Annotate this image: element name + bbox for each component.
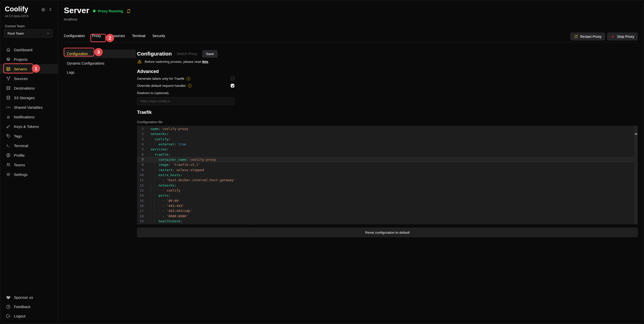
sidebar-item-label: Destinations xyxy=(14,86,35,90)
advanced-heading: Advanced xyxy=(137,69,638,74)
sidebar-item-label: Profile xyxy=(14,153,25,157)
warning-link[interactable]: this xyxy=(202,60,208,64)
line-number: 17 xyxy=(137,208,144,213)
main-content: Configuration Switch Proxy Save Before s… xyxy=(137,50,638,237)
subnav-item-dynamic-configurations[interactable]: Dynamic Configurations xyxy=(64,59,136,68)
status-badge: Proxy Running xyxy=(98,9,123,13)
app-version: v4.0.0-beta.420.6 xyxy=(5,14,28,18)
line-number: 6 xyxy=(137,152,144,157)
sidebar-item-notifications[interactable]: Notifications xyxy=(0,112,58,122)
redirect-to-input[interactable] xyxy=(137,97,234,105)
code-line-12: 12 networks: xyxy=(137,183,638,188)
code-line-2: 2networks: xyxy=(137,131,638,137)
line-number: 5 xyxy=(137,147,144,152)
sidebar-item-servers[interactable]: Servers xyxy=(0,64,58,74)
code-line-16: 16 - '443:443' xyxy=(137,203,638,208)
line-number: 4 xyxy=(137,142,144,147)
advanced-form: Generate labels only for TraefikiOverrid… xyxy=(137,75,234,89)
save-button[interactable]: Save xyxy=(202,50,218,58)
sidebar-item-tags[interactable]: Tags xyxy=(0,131,58,141)
team-select[interactable]: Root Team xyxy=(4,29,53,38)
sidebar-item-terminal[interactable]: Terminal xyxy=(0,141,58,150)
line-number: 8 xyxy=(137,162,144,167)
sidebar-item-sponsor-us[interactable]: Sponsor us xyxy=(0,293,58,302)
reset-configuration-button[interactable]: Reset configuration to default xyxy=(137,228,638,237)
code-line-10: 10 extra_hosts: xyxy=(137,173,638,178)
checkbox-generate-labels-only-for-traefik[interactable] xyxy=(231,77,234,80)
tab-security[interactable]: Security xyxy=(152,34,165,38)
sidebar-item-keys-tokens[interactable]: Keys & Tokens xyxy=(0,122,58,131)
restart-proxy-button[interactable]: Restart Proxy xyxy=(570,33,605,40)
info-circle-icon[interactable]: i xyxy=(186,77,190,80)
line-number: 13 xyxy=(137,188,144,193)
terminal-icon xyxy=(6,143,11,148)
bell-icon xyxy=(6,114,11,119)
sidebar-item-label: Logout xyxy=(14,314,25,318)
warning-text: Before switching proxies, please read th… xyxy=(145,60,209,64)
stop-proxy-button[interactable]: Stop Proxy xyxy=(607,33,638,40)
line-number: 2 xyxy=(137,131,144,137)
line-number: 16 xyxy=(137,203,144,208)
checkbox-override-default-request-handler[interactable] xyxy=(231,84,234,88)
editor-scrollbar-thumb[interactable] xyxy=(635,133,637,135)
code-line-19: 19 healthcheck: xyxy=(137,219,638,224)
sidebar-item-profile[interactable]: Profile xyxy=(0,150,58,160)
configuration-file-label: Configuration file xyxy=(137,120,638,125)
code-line-3: 3 coolify: xyxy=(137,137,638,142)
line-number: 1 xyxy=(137,126,144,131)
code-line-11: 11 - 'host.docker.internal:host-gateway' xyxy=(137,178,638,183)
sidebar-item-projects[interactable]: Projects xyxy=(0,55,58,64)
sidebar-item-shared-variables[interactable]: (x)Shared Variables xyxy=(0,102,58,112)
sidebar-item-label: Teams xyxy=(14,163,25,167)
sidebar-item-label: S3 Storages xyxy=(14,96,35,100)
profile-icon xyxy=(6,153,11,158)
sidebar-item-s3-storages[interactable]: S3 Storages xyxy=(0,93,58,102)
app-logo: Coolify xyxy=(5,5,28,13)
field-label: Generate labels only for Traefik xyxy=(137,77,184,80)
switch-proxy-button[interactable]: Switch Proxy xyxy=(177,52,197,56)
code-line-9: 9 restart: unless-stopped xyxy=(137,168,638,173)
status-dot-icon xyxy=(93,10,96,12)
sidebar-item-label: Sponsor us xyxy=(14,295,33,300)
traefik-heading: Traefik xyxy=(137,110,638,115)
tab-configuration[interactable]: Configuration xyxy=(64,34,85,38)
line-number: 18 xyxy=(137,214,144,219)
stop-proxy-label: Stop Proxy xyxy=(617,35,634,39)
traefik-config-editor[interactable]: 1name: coolify-proxy2networks:3 coolify:… xyxy=(137,126,638,224)
info-circle-icon[interactable]: i xyxy=(188,84,192,88)
restart-proxy-label: Restart Proxy xyxy=(580,35,602,39)
subnav-item-logs[interactable]: Logs xyxy=(64,68,136,77)
editor-scrollbar xyxy=(634,126,638,224)
line-number: 7 xyxy=(137,157,144,162)
question-icon xyxy=(6,304,11,309)
svg-text:(x): (x) xyxy=(6,106,11,109)
swap-refresh-icon[interactable] xyxy=(125,9,130,14)
sidebar-item-feedback[interactable]: Feedback xyxy=(0,302,58,311)
code-line-15: 15 - '80:80' xyxy=(137,198,638,203)
sidebar-item-label: Notifications xyxy=(14,115,35,119)
sidebar-item-teams[interactable]: Teams xyxy=(0,160,58,170)
sidebar-item-sources[interactable]: Sources xyxy=(0,74,58,83)
pause-icon xyxy=(611,34,615,39)
team-select-value: Root Team xyxy=(8,32,24,35)
sidebar-item-dashboard[interactable]: Dashboard xyxy=(0,45,58,55)
line-number: 14 xyxy=(137,193,144,198)
line-number: 10 xyxy=(137,173,144,178)
tab-terminal[interactable]: Terminal xyxy=(132,34,145,38)
line-number: 9 xyxy=(137,168,144,173)
map-icon xyxy=(6,86,11,91)
server-hostname: localhost xyxy=(64,17,77,21)
theme-toggle-sun-icon[interactable] xyxy=(41,7,46,12)
tab-proxy[interactable]: Proxy xyxy=(92,34,101,38)
sidebar-item-settings[interactable]: Settings xyxy=(0,170,58,179)
annotation-badge-3: 3 xyxy=(94,48,103,56)
code-line-7: 7 container_name: coolify-proxy xyxy=(137,157,638,162)
code-line-18: 18 - '8080:8080' xyxy=(137,214,638,219)
layers-icon xyxy=(6,57,11,62)
code-line-13: 13 - coolify xyxy=(137,188,638,193)
sidebar-item-destinations[interactable]: Destinations xyxy=(0,83,58,93)
unfold-icon[interactable] xyxy=(48,7,53,12)
sidebar-item-label: Tags xyxy=(14,134,22,138)
restart-icon xyxy=(574,34,578,39)
sidebar-item-logout[interactable]: Logout xyxy=(0,311,58,321)
